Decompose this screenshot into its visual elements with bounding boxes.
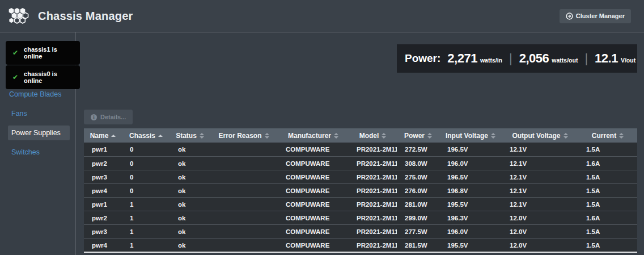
toast-text: chassis0 is online <box>24 70 75 84</box>
sidebar-item-power-supplies[interactable]: Power Supplies <box>8 126 70 140</box>
column-label: Model <box>359 132 379 140</box>
cell-output-voltage: 12.1V <box>502 201 578 208</box>
cell-current: 1.5A <box>578 187 637 194</box>
cell-input-voltage: 196.0V <box>439 228 502 235</box>
column-header-power[interactable]: Power <box>397 128 439 143</box>
logo-icon <box>7 7 29 24</box>
column-header-error-reason[interactable]: Error Reason <box>210 128 278 143</box>
toast-stack: ✔chassis1 is online✔chassis0 is online <box>6 41 80 90</box>
column-header-chassis[interactable]: Chassis <box>122 128 170 143</box>
table-row[interactable]: pwr21okCOMPUWAREPR2021-2M11299.0W196.3V1… <box>84 211 637 224</box>
column-header-model[interactable]: Model <box>349 128 397 143</box>
cell-output-voltage: 12.1V <box>502 146 578 153</box>
cell-chassis: 0 <box>122 187 170 194</box>
sort-both-icon <box>619 133 624 139</box>
info-icon: i <box>91 114 97 120</box>
topbar: Chassis Manager Cluster Manager <box>0 0 644 32</box>
cell-name: pwr3 <box>84 228 122 235</box>
cell-chassis: 0 <box>122 174 170 181</box>
column-label: Current <box>592 132 616 140</box>
cell-status: ok <box>170 174 210 181</box>
cell-current: 1.5A <box>578 242 637 249</box>
cell-model: PR2021-2M11 <box>349 215 397 221</box>
cell-output-voltage: 12.0V <box>502 228 578 235</box>
cell-input-voltage: 196.8V <box>439 187 502 194</box>
cell-model: PR2021-2M11 <box>349 242 397 249</box>
cell-power: 272.5W <box>397 146 439 153</box>
column-label: Manufacturer <box>288 132 331 140</box>
toast[interactable]: ✔chassis1 is online <box>6 41 80 65</box>
cell-model: PR2021-2M11 <box>349 228 397 235</box>
table-row[interactable]: pwr30okCOMPUWAREPR2021-2M11275.0W196.5V1… <box>84 170 637 183</box>
column-header-manufacturer[interactable]: Manufacturer <box>278 128 349 143</box>
column-label: Power <box>404 132 425 140</box>
cell-chassis: 0 <box>122 160 170 167</box>
cell-chassis: 1 <box>122 215 170 221</box>
details-label: Details... <box>100 114 126 120</box>
column-label: Output Voltage <box>512 132 560 140</box>
cell-input-voltage: 196.5V <box>439 146 502 153</box>
cell-status: ok <box>170 242 210 249</box>
cell-current: 1.5A <box>578 201 637 208</box>
cell-manufacturer: COMPUWARE <box>278 146 349 153</box>
cell-output-voltage: 12.1V <box>502 174 578 181</box>
sort-both-icon <box>334 133 338 139</box>
table-row[interactable]: pwr11okCOMPUWAREPR2021-2M11281.0W195.5V1… <box>84 197 637 211</box>
sort-both-icon <box>382 133 386 139</box>
table-row[interactable]: pwr20okCOMPUWAREPR2021-2M11308.0W196.0V1… <box>84 156 637 170</box>
column-header-status[interactable]: Status <box>170 128 210 143</box>
table-row[interactable]: pwr31okCOMPUWAREPR2021-2M11277.5W196.0V1… <box>84 224 637 238</box>
cell-current: 1.5A <box>578 146 637 153</box>
main-content: i Details... NameChassisStatusError Reas… <box>76 32 644 255</box>
table-row[interactable]: pwr40okCOMPUWAREPR2021-2M11276.0W196.8V1… <box>84 183 637 197</box>
cell-status: ok <box>170 160 210 167</box>
cell-manufacturer: COMPUWARE <box>278 160 349 167</box>
power-supplies-table: NameChassisStatusError ReasonManufacture… <box>84 128 637 253</box>
cell-output-voltage: 12.1V <box>502 160 578 167</box>
toast[interactable]: ✔chassis0 is online <box>6 65 80 89</box>
column-header-input-voltage[interactable]: Input Voltage <box>439 128 502 143</box>
sort-asc-icon <box>158 135 163 137</box>
cell-name: pwr3 <box>84 174 122 181</box>
cell-chassis: 1 <box>122 242 170 249</box>
cluster-manager-label: Cluster Manager <box>576 12 625 19</box>
cell-model: PR2021-2M11 <box>349 160 397 167</box>
cell-status: ok <box>170 187 210 194</box>
column-label: Name <box>90 132 109 140</box>
sort-both-icon <box>265 133 269 139</box>
column-header-name[interactable]: Name <box>84 128 122 143</box>
check-icon: ✔ <box>12 74 18 81</box>
cell-name: pwr1 <box>84 146 122 153</box>
sort-both-icon <box>427 133 432 139</box>
cell-power: 281.5W <box>397 242 439 249</box>
cell-status: ok <box>170 228 210 235</box>
column-label: Chassis <box>129 132 155 140</box>
cell-status: ok <box>170 215 210 221</box>
table-row[interactable]: pwr10okCOMPUWAREPR2021-2M11272.5W196.5V1… <box>84 143 637 156</box>
cell-power: 281.0W <box>397 201 439 208</box>
cell-model: PR2021-2M11 <box>349 174 397 181</box>
cell-current: 1.6A <box>578 160 637 167</box>
cell-chassis: 1 <box>122 228 170 235</box>
column-label: Status <box>176 132 197 140</box>
cell-power: 277.5W <box>397 228 439 235</box>
column-header-output-voltage[interactable]: Output Voltage <box>502 128 578 143</box>
sidebar-item-fans[interactable]: Fans <box>8 106 70 121</box>
table-row[interactable]: pwr41okCOMPUWAREPR2021-2M11281.5W195.5V1… <box>84 238 637 252</box>
cell-input-voltage: 196.5V <box>439 174 502 181</box>
cell-name: pwr4 <box>84 242 122 249</box>
cell-input-voltage: 195.5V <box>439 201 502 208</box>
cell-manufacturer: COMPUWARE <box>278 215 349 221</box>
cluster-manager-button[interactable]: Cluster Manager <box>560 9 631 23</box>
column-header-current[interactable]: Current <box>578 128 637 143</box>
cell-manufacturer: COMPUWARE <box>278 174 349 181</box>
cell-status: ok <box>170 201 210 208</box>
cell-output-voltage: 12.0V <box>502 215 578 221</box>
cell-manufacturer: COMPUWARE <box>278 242 349 249</box>
cell-current: 1.6A <box>578 215 637 221</box>
toast-text: chassis1 is online <box>24 46 75 60</box>
cell-power: 275.0W <box>397 174 439 181</box>
sidebar-item-switches[interactable]: Switches <box>8 145 70 160</box>
details-button[interactable]: i Details... <box>84 110 133 124</box>
cell-model: PR2021-2M11 <box>349 187 397 194</box>
